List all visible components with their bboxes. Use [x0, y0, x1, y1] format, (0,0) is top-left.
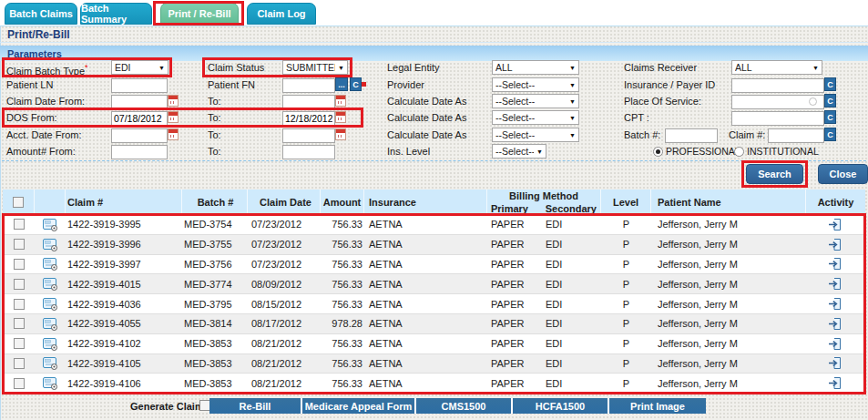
insurance-payer-input[interactable] — [731, 78, 824, 93]
activity-icon[interactable] — [828, 257, 843, 271]
lookup-ring-icon[interactable] — [809, 97, 817, 106]
row-checkbox-cell — [3, 239, 35, 250]
claim-batch-type-select[interactable]: EDI▼ — [111, 60, 168, 75]
hcfa1500-button[interactable]: HCFA1500 — [513, 398, 609, 414]
claim-date-to-input[interactable] — [282, 95, 335, 109]
claim-card-icon[interactable] — [43, 297, 58, 311]
row-checkbox[interactable] — [14, 279, 25, 290]
activity-icon[interactable] — [828, 297, 843, 311]
amount-from-input[interactable] — [111, 145, 168, 159]
cpt-input[interactable] — [731, 111, 824, 126]
row-checkbox[interactable] — [14, 239, 25, 250]
institutional-radio[interactable] — [734, 147, 744, 157]
patient-fn-lookup-button[interactable]: ... — [335, 77, 348, 91]
medicare-appeal-form-button[interactable]: Medicare Appeal Form — [302, 398, 416, 414]
cms1500-button[interactable]: CMS1500 — [416, 398, 513, 414]
table-row: 1422-3919-3997 MED-3756 07/23/2012 756.3… — [3, 255, 865, 275]
provider-select[interactable]: --Select--▼ — [492, 77, 579, 92]
patient-ln-input[interactable] — [111, 78, 168, 93]
claims-receiver-select[interactable]: ALL▼ — [731, 60, 822, 75]
claim-card-icon[interactable] — [43, 356, 58, 370]
close-button[interactable]: Close — [818, 164, 868, 184]
claim-card-icon[interactable] — [43, 238, 58, 251]
calendar-icon[interactable] — [168, 111, 179, 123]
row-checkbox[interactable] — [14, 318, 25, 329]
calendar-icon[interactable] — [335, 95, 346, 107]
rebill-button[interactable]: Re-Bill — [209, 398, 302, 414]
tab-batch-summary[interactable]: Batch Summary — [80, 3, 152, 25]
activity-icon[interactable] — [828, 218, 843, 231]
header-level[interactable]: Level — [601, 190, 651, 215]
cpt-clear-button[interactable]: C — [824, 110, 836, 124]
cell-patient-name: Jefferson, Jerry M — [651, 259, 806, 270]
row-checkbox[interactable] — [14, 378, 25, 389]
place-of-service-clear-button[interactable]: C — [824, 94, 836, 108]
calendar-icon[interactable] — [335, 111, 346, 123]
cell-patient-name: Jefferson, Jerry M — [651, 239, 806, 250]
row-icon-cell — [35, 277, 66, 291]
patient-fn-input[interactable] — [282, 78, 335, 93]
header-claim[interactable]: Claim # — [66, 190, 182, 215]
header-secondary[interactable]: Secondary — [542, 202, 600, 215]
header-patient-name[interactable]: Patient Name — [651, 190, 806, 215]
patient-fn-clear-button[interactable]: C — [350, 77, 362, 91]
professional-radio[interactable] — [653, 147, 663, 157]
row-checkbox[interactable] — [14, 338, 25, 349]
claim-card-icon[interactable] — [43, 277, 58, 291]
header-insurance[interactable]: Insurance — [364, 190, 487, 215]
dos-from-input[interactable] — [111, 111, 168, 126]
header-primary[interactable]: Primary — [487, 202, 542, 215]
claim-number-input[interactable] — [768, 128, 824, 143]
activity-icon[interactable] — [828, 277, 843, 291]
cell-patient-name: Jefferson, Jerry M — [651, 299, 806, 310]
calendar-icon[interactable] — [335, 128, 346, 140]
row-checkbox[interactable] — [14, 219, 25, 230]
chevron-down-icon: ▼ — [569, 98, 576, 105]
calculate-date-as-select-2[interactable]: --Select--▼ — [492, 110, 579, 125]
tab-batch-claims[interactable]: Batch Claims — [5, 3, 77, 25]
activity-icon[interactable] — [828, 356, 843, 370]
provider-value: --Select-- — [495, 79, 535, 90]
claim-card-icon[interactable] — [43, 218, 58, 231]
cell-billing-primary: PAPER — [487, 219, 542, 230]
acct-date-to-input[interactable] — [282, 128, 335, 143]
legal-entity-select[interactable]: ALL▼ — [492, 60, 579, 75]
activity-icon[interactable] — [828, 317, 843, 331]
row-checkbox[interactable] — [14, 299, 25, 310]
header-claim-date[interactable]: Claim Date — [248, 190, 321, 215]
claim-date-from-input[interactable] — [111, 95, 168, 109]
claim-card-icon[interactable] — [43, 376, 58, 390]
activity-icon[interactable] — [828, 337, 843, 351]
claim-card-icon[interactable] — [43, 337, 58, 351]
calendar-icon[interactable] — [168, 95, 179, 107]
activity-icon[interactable] — [828, 238, 843, 251]
calculate-date-as-select-3[interactable]: --Select--▼ — [492, 128, 579, 142]
tab-claim-log[interactable]: Claim Log — [247, 3, 316, 25]
cell-insurance: AETNA — [364, 338, 487, 349]
cell-claim-date: 07/23/2012 — [248, 259, 321, 270]
select-all-checkbox[interactable] — [13, 197, 24, 208]
claim-card-icon[interactable] — [43, 257, 58, 271]
calculate-date-as-select-1[interactable]: --Select--▼ — [492, 94, 579, 108]
print-image-button[interactable]: Print Image — [609, 398, 706, 414]
row-checkbox[interactable] — [14, 358, 25, 369]
row-checkbox[interactable] — [14, 259, 25, 270]
cell-claim-number: 1422-3919-4015 — [66, 279, 182, 290]
amount-to-input[interactable] — [282, 145, 335, 159]
claim-card-icon[interactable] — [43, 317, 58, 331]
calculate-date-as-value: --Select-- — [495, 129, 535, 140]
insurance-payer-clear-button[interactable]: C — [824, 77, 836, 91]
search-button[interactable]: Search — [746, 164, 803, 184]
acct-date-from-input[interactable] — [111, 128, 168, 143]
activity-icon[interactable] — [828, 376, 843, 390]
claim-number-clear-button[interactable]: C — [824, 128, 836, 141]
tab-print-rebill[interactable]: Print / Re-Bill — [160, 3, 239, 25]
claim-status-select[interactable]: SUBMITTED▼ — [282, 60, 348, 75]
batch-number-input[interactable] — [665, 128, 718, 143]
dos-to-input[interactable] — [282, 111, 335, 126]
header-amount[interactable]: Amount — [321, 190, 364, 215]
section-divider — [2, 160, 866, 161]
ins-level-select[interactable]: --Select--▼ — [492, 144, 546, 159]
header-batch[interactable]: Batch # — [182, 190, 248, 215]
calendar-icon[interactable] — [168, 128, 179, 140]
